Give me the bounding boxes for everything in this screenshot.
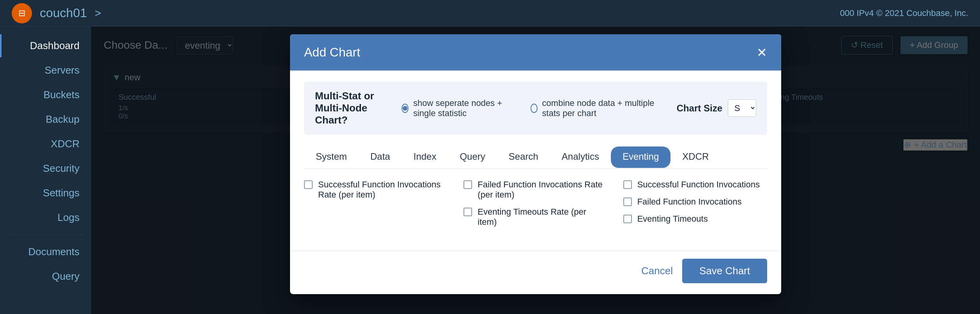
- stat-col-3: Successful Function Invocations Failed F…: [623, 180, 767, 227]
- checkbox-timeouts-rate[interactable]: [463, 208, 472, 216]
- modal-header: Add Chart ✕: [290, 34, 781, 71]
- sidebar-item-security[interactable]: Security: [0, 157, 91, 180]
- sidebar-item-settings[interactable]: Settings: [0, 182, 91, 205]
- sidebar-item-query[interactable]: Query: [0, 265, 91, 288]
- modal-footer: Cancel Save Chart: [290, 250, 781, 294]
- option-combine-nodes[interactable]: combine node data + multiple stats per c…: [531, 98, 661, 118]
- stat-failed-rate-label: Failed Function Invocations Rate (per it…: [478, 180, 607, 200]
- stat-eventing-timeouts-label: Eventing Timeouts: [637, 214, 708, 224]
- checkbox-failed-rate[interactable]: [463, 180, 472, 189]
- tab-data[interactable]: Data: [359, 146, 402, 169]
- add-chart-modal: Add Chart ✕ Multi-Stat or Multi-Node Cha…: [290, 34, 781, 294]
- stat-failed-rate: Failed Function Invocations Rate (per it…: [463, 180, 607, 200]
- option-separate-label: show seperate nodes + single statistic: [413, 98, 515, 118]
- stat-timeouts-rate-label: Eventing Timeouts Rate (per item): [478, 207, 607, 227]
- tab-index[interactable]: Index: [402, 146, 448, 169]
- stat-successful-rate: Successful Function Invocations Rate (pe…: [304, 180, 448, 200]
- option-combine-label: combine node data + multiple stats per c…: [542, 98, 661, 118]
- checkbox-successful-rate[interactable]: [304, 180, 313, 189]
- modal-close-button[interactable]: ✕: [757, 46, 767, 59]
- sidebar-divider: [8, 235, 83, 235]
- main-content: Choose Da... eventing ↺ Reset + Add Grou…: [91, 26, 980, 314]
- topbar-right-info: 000 IPv4 © 2021 Couchbase, Inc.: [840, 8, 968, 18]
- stat-col-1: Successful Function Invocations Rate (pe…: [304, 180, 448, 227]
- stats-grid: Successful Function Invocations Rate (pe…: [304, 180, 767, 227]
- checkbox-successful-invocations[interactable]: [623, 180, 632, 189]
- save-chart-button[interactable]: Save Chart: [682, 259, 767, 283]
- chart-size-label: Chart Size: [677, 103, 722, 114]
- stat-tabs: System Data Index Query Search Analytics…: [304, 146, 767, 169]
- sidebar-item-xdcr[interactable]: XDCR: [0, 132, 91, 155]
- topbar: ⊟ couch01 > 000 IPv4 © 2021 Couchbase, I…: [0, 0, 980, 26]
- stat-failed-invocations-label: Failed Function Invocations: [637, 197, 742, 207]
- tab-eventing[interactable]: Eventing: [611, 146, 670, 168]
- stat-timeouts-rate: Eventing Timeouts Rate (per item): [463, 207, 607, 227]
- stat-eventing-timeouts: Eventing Timeouts: [623, 214, 767, 224]
- host-name: couch01: [40, 6, 87, 20]
- sidebar-item-documents[interactable]: Documents: [0, 240, 91, 263]
- sidebar-item-backup[interactable]: Backup: [0, 108, 91, 131]
- modal-body: Multi-Stat or Multi-Node Chart? show sep…: [290, 71, 781, 250]
- stat-successful-rate-label: Successful Function Invocations Rate (pe…: [318, 180, 448, 200]
- tab-query[interactable]: Query: [448, 146, 497, 169]
- modal-overlay: Add Chart ✕ Multi-Stat or Multi-Node Cha…: [91, 26, 980, 314]
- multistat-options: show seperate nodes + single statistic c…: [402, 98, 661, 118]
- stat-col-2: Failed Function Invocations Rate (per it…: [463, 180, 607, 227]
- checkbox-eventing-timeouts[interactable]: [623, 215, 632, 223]
- modal-title: Add Chart: [304, 45, 360, 60]
- sidebar-item-logs[interactable]: Logs: [0, 206, 91, 229]
- stat-failed-invocations: Failed Function Invocations: [623, 197, 767, 207]
- sidebar-item-dashboard[interactable]: Dashboard: [0, 34, 91, 57]
- multistat-question: Multi-Stat or Multi-Node Chart?: [315, 90, 402, 126]
- tab-search[interactable]: Search: [497, 146, 550, 169]
- chart-size-select[interactable]: S M L XL: [728, 99, 756, 117]
- tab-xdcr[interactable]: XDCR: [670, 146, 720, 169]
- radio-combine-icon: [531, 104, 538, 113]
- option-separate-nodes[interactable]: show seperate nodes + single statistic: [402, 98, 515, 118]
- cancel-button[interactable]: Cancel: [641, 265, 673, 277]
- tab-analytics[interactable]: Analytics: [550, 146, 611, 169]
- checkbox-failed-invocations[interactable]: [623, 198, 632, 206]
- sidebar: Dashboard Servers Buckets Backup XDCR Se…: [0, 26, 91, 314]
- tab-system[interactable]: System: [304, 146, 359, 169]
- logo-icon: ⊟: [12, 3, 32, 23]
- multistat-section: Multi-Stat or Multi-Node Chart? show sep…: [304, 81, 767, 135]
- stat-successful-invocations-label: Successful Function Invocations: [637, 180, 760, 190]
- sidebar-item-buckets[interactable]: Buckets: [0, 83, 91, 106]
- breadcrumb-chevron: >: [95, 7, 101, 19]
- chart-size-section: Chart Size S M L XL: [677, 99, 756, 117]
- sidebar-item-servers[interactable]: Servers: [0, 59, 91, 82]
- stat-successful-invocations: Successful Function Invocations: [623, 180, 767, 190]
- radio-separate-icon: [402, 104, 409, 113]
